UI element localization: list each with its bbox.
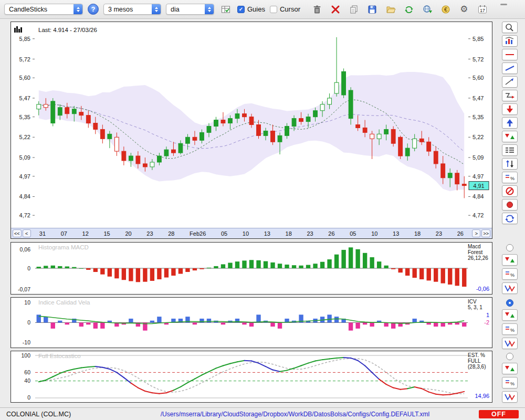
date-label: 23 bbox=[307, 230, 313, 237]
scroll-next-button[interactable]: > bbox=[472, 229, 480, 237]
up-down-arrows-icon bbox=[504, 159, 516, 169]
chart-style-button[interactable] bbox=[502, 35, 518, 47]
icv-panel-radio[interactable] bbox=[506, 299, 513, 307]
macd-percent-button[interactable]: % bbox=[502, 268, 518, 280]
app-window: CandleSticks ? 3 mesos dia ✓ Guies Cur bbox=[0, 0, 525, 420]
stoch-signals-button[interactable] bbox=[502, 363, 518, 374]
wave-icon bbox=[504, 284, 516, 293]
top-toolbar: CandleSticks ? 3 mesos dia ✓ Guies Cur bbox=[0, 0, 525, 19]
stoch-panel-radio[interactable] bbox=[506, 353, 513, 360]
sell-arrow-button[interactable] bbox=[502, 103, 518, 115]
svg-text:5,85: 5,85 bbox=[19, 36, 30, 42]
wave-icon bbox=[504, 392, 516, 402]
svg-text:-0,07: -0,07 bbox=[18, 286, 30, 292]
date-label: 07 bbox=[61, 230, 67, 237]
buy-sell-arrows-icon bbox=[504, 310, 516, 320]
horizontal-line-button[interactable] bbox=[502, 49, 518, 60]
reload-button[interactable] bbox=[502, 213, 518, 224]
date-label: Feb26 bbox=[190, 230, 206, 237]
stoch-title: Full Estocastico bbox=[38, 353, 81, 359]
zigzag-tool-button[interactable] bbox=[502, 90, 518, 101]
red-x-icon bbox=[330, 4, 341, 15]
icv-signals-button[interactable] bbox=[502, 309, 518, 321]
refresh-button[interactable] bbox=[402, 3, 416, 16]
date-label: 26 bbox=[457, 230, 464, 237]
interval-select[interactable]: dia bbox=[166, 4, 214, 15]
help-button[interactable]: ? bbox=[88, 4, 99, 15]
period-select[interactable]: 3 mesos bbox=[103, 4, 161, 15]
config-line: (28,3,6) bbox=[468, 364, 491, 370]
date-label: 13 bbox=[393, 230, 399, 237]
chart-type-select[interactable]: CandleSticks bbox=[4, 4, 83, 15]
levels-button[interactable] bbox=[502, 144, 518, 156]
svg-text:60: 60 bbox=[24, 369, 30, 375]
config-line: FULL bbox=[468, 358, 491, 364]
trend-line-button[interactable] bbox=[502, 76, 518, 88]
buy-arrow-button[interactable] bbox=[502, 117, 518, 129]
delete-button[interactable] bbox=[329, 3, 342, 16]
macd-title: Histograma MACD bbox=[38, 244, 89, 250]
svg-text:5,85: 5,85 bbox=[472, 36, 484, 42]
open-button[interactable] bbox=[384, 3, 397, 16]
svg-text:5,60: 5,60 bbox=[472, 75, 484, 81]
svg-text:0: 0 bbox=[27, 265, 30, 271]
trend-line-blue-button[interactable] bbox=[502, 62, 518, 74]
scroll-last-button[interactable]: >> bbox=[481, 229, 490, 237]
macd-controls: % bbox=[495, 244, 525, 294]
globe-icon bbox=[422, 4, 433, 15]
stoch-percent-button[interactable]: % bbox=[502, 377, 518, 388]
config-line: Macd bbox=[468, 244, 491, 249]
macd-panel-radio[interactable] bbox=[506, 244, 513, 251]
cursor-checkbox[interactable]: Cursor bbox=[270, 5, 300, 13]
data-table-button[interactable] bbox=[219, 3, 233, 16]
zoom-button[interactable] bbox=[502, 22, 518, 33]
copy-button[interactable] bbox=[347, 3, 361, 16]
chart-type-value: CandleSticks bbox=[5, 6, 74, 13]
config-line: 5, 3, 1 bbox=[468, 304, 491, 310]
date-label: 05 bbox=[350, 230, 356, 237]
macd-signals-button[interactable] bbox=[502, 254, 518, 266]
list-icon bbox=[504, 145, 516, 155]
trash-button[interactable] bbox=[310, 3, 324, 16]
svg-text:100: 100 bbox=[21, 352, 30, 359]
icv-percent-button[interactable]: % bbox=[502, 323, 518, 335]
macd-panel: 0,060-0,07 Histograma MACD Macd Forest 2… bbox=[10, 242, 492, 295]
toolbar-overflow-dash bbox=[500, 4, 507, 5]
icv-wave-button[interactable] bbox=[502, 338, 518, 349]
money-button[interactable]: € bbox=[439, 3, 453, 16]
macd-wave-button[interactable] bbox=[502, 282, 518, 294]
percent-scale-button[interactable]: % bbox=[502, 172, 518, 183]
signals-button[interactable] bbox=[502, 131, 518, 142]
stoch-wave-button[interactable] bbox=[502, 391, 518, 403]
calendar-button[interactable]: 17 bbox=[476, 3, 489, 16]
wave-icon bbox=[504, 339, 516, 348]
icv-title: Indice Calidad Vela bbox=[38, 299, 90, 306]
main-chart-plot[interactable]: 5,855,855,725,725,605,605,475,475,355,35… bbox=[11, 22, 492, 228]
config-path: /Users/mserra/Library/CloudStorage/Dropb… bbox=[111, 411, 479, 418]
stoch-plot: 10060400 bbox=[11, 351, 492, 402]
svg-text:10: 10 bbox=[24, 299, 30, 306]
status-bar: COLONIAL (COL.MC) /Users/mserra/Library/… bbox=[0, 407, 525, 420]
buy-sell-arrows-icon bbox=[504, 364, 516, 373]
disable-button[interactable] bbox=[502, 185, 518, 197]
percent-lines-icon: % bbox=[504, 378, 516, 387]
svg-text:4,72: 4,72 bbox=[472, 212, 484, 218]
scroll-prev-button[interactable]: < bbox=[23, 229, 31, 237]
scale-button[interactable] bbox=[502, 158, 518, 170]
settings-button[interactable]: ⚙ bbox=[457, 3, 471, 16]
macd-config-label: Macd Forest 26,12,26 bbox=[468, 244, 491, 261]
download-button[interactable] bbox=[421, 3, 434, 16]
off-button[interactable]: OFF bbox=[479, 410, 519, 418]
icv-controls: % bbox=[495, 299, 525, 349]
scroll-first-button[interactable]: << bbox=[13, 229, 22, 237]
svg-text:-10: -10 bbox=[23, 339, 30, 345]
record-button[interactable] bbox=[502, 199, 518, 211]
svg-text:5,72: 5,72 bbox=[19, 56, 30, 62]
main-content: 5,855,855,725,725,605,605,475,475,355,35… bbox=[0, 19, 525, 407]
icv-line-value: 1 bbox=[484, 311, 489, 319]
mini-chart-icon bbox=[504, 36, 516, 46]
date-navigation-bar: << < 31071215202328Feb260510131823260510… bbox=[11, 228, 492, 238]
guies-checkbox[interactable]: ✓ Guies bbox=[237, 5, 265, 13]
save-button[interactable] bbox=[365, 3, 379, 16]
buy-sell-arrows-icon bbox=[504, 255, 516, 265]
